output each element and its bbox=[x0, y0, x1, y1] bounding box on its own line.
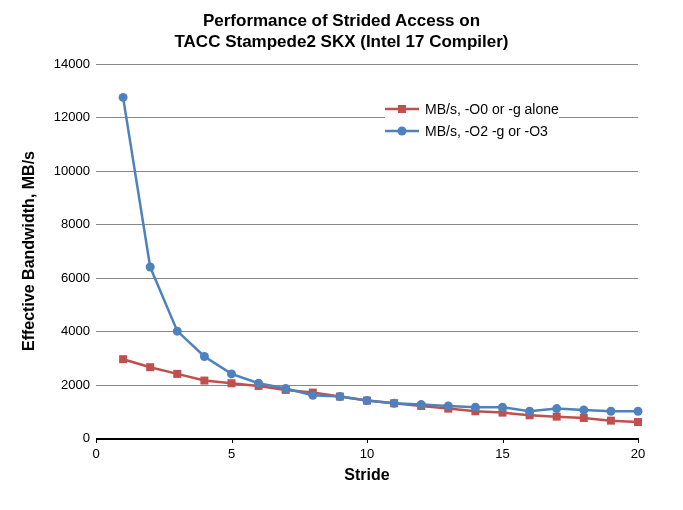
y-tick-label: 12000 bbox=[54, 109, 90, 124]
data-marker bbox=[579, 405, 588, 414]
x-axis-title: Stride bbox=[96, 466, 638, 484]
data-marker bbox=[227, 369, 236, 378]
data-marker bbox=[634, 418, 642, 426]
legend-item: MB/s, -O2 -g or -O3 bbox=[385, 123, 559, 139]
data-marker bbox=[146, 363, 154, 371]
data-marker bbox=[471, 403, 480, 412]
x-tick-label: 10 bbox=[357, 446, 377, 461]
data-marker bbox=[417, 400, 426, 409]
chart: Performance of Strided Access onTACC Sta… bbox=[0, 0, 683, 510]
data-marker bbox=[335, 392, 344, 401]
data-marker bbox=[553, 413, 561, 421]
data-marker bbox=[173, 327, 182, 336]
x-tick-label: 0 bbox=[86, 446, 106, 461]
data-marker bbox=[498, 403, 507, 412]
y-tick-label: 2000 bbox=[61, 377, 90, 392]
y-tick-label: 8000 bbox=[61, 216, 90, 231]
y-tick-label: 6000 bbox=[61, 270, 90, 285]
legend-item: MB/s, -O0 or -g alone bbox=[385, 101, 559, 117]
data-marker bbox=[173, 370, 181, 378]
data-marker bbox=[580, 414, 588, 422]
x-tick bbox=[232, 438, 233, 443]
data-marker bbox=[119, 93, 128, 102]
y-tick-label: 14000 bbox=[54, 56, 90, 71]
x-tick bbox=[367, 438, 368, 443]
data-marker bbox=[308, 391, 317, 400]
x-tick-label: 15 bbox=[493, 446, 513, 461]
data-marker bbox=[200, 352, 209, 361]
data-marker bbox=[607, 417, 615, 425]
data-marker bbox=[552, 404, 561, 413]
data-marker bbox=[363, 396, 372, 405]
series-line bbox=[123, 97, 638, 411]
data-marker bbox=[200, 377, 208, 385]
x-tick-label: 20 bbox=[628, 446, 648, 461]
y-axis-title: Effective Bandwidth, MB/s bbox=[20, 64, 38, 438]
y-tick-label: 10000 bbox=[54, 163, 90, 178]
legend: MB/s, -O0 or -g aloneMB/s, -O2 -g or -O3 bbox=[385, 95, 559, 145]
svg-point-3 bbox=[398, 127, 407, 136]
x-tick bbox=[96, 438, 97, 443]
x-tick bbox=[503, 438, 504, 443]
data-marker bbox=[146, 263, 155, 272]
data-marker bbox=[390, 399, 399, 408]
x-tick-label: 5 bbox=[222, 446, 242, 461]
data-marker bbox=[606, 407, 615, 416]
data-marker bbox=[444, 401, 453, 410]
legend-label: MB/s, -O2 -g or -O3 bbox=[425, 123, 548, 139]
legend-swatch bbox=[385, 102, 419, 116]
legend-label: MB/s, -O0 or -g alone bbox=[425, 101, 559, 117]
svg-rect-1 bbox=[398, 105, 406, 113]
x-tick bbox=[638, 438, 639, 443]
series-line bbox=[123, 359, 638, 422]
legend-swatch bbox=[385, 124, 419, 138]
data-marker bbox=[634, 407, 643, 416]
data-marker bbox=[119, 355, 127, 363]
data-marker bbox=[281, 384, 290, 393]
data-marker bbox=[254, 379, 263, 388]
y-tick-label: 4000 bbox=[61, 323, 90, 338]
y-tick-label: 0 bbox=[83, 430, 90, 445]
data-marker bbox=[228, 379, 236, 387]
chart-title: Performance of Strided Access onTACC Sta… bbox=[0, 10, 683, 53]
data-marker bbox=[525, 407, 534, 416]
